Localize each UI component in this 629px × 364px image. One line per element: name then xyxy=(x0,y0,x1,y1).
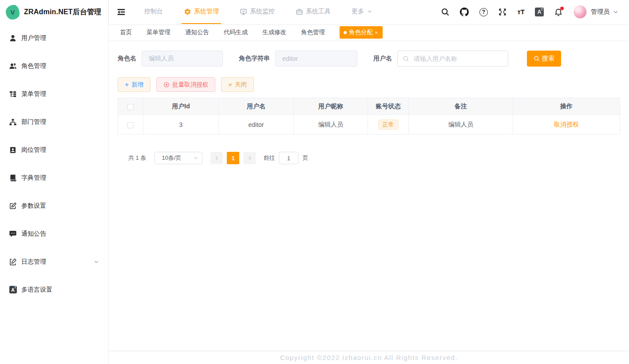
cell-remark: 编辑人员 xyxy=(409,115,513,135)
nav-item-label: 系统管理 xyxy=(194,8,219,16)
cell-user-id: 3 xyxy=(143,115,219,135)
page-unit-label: 页 xyxy=(302,154,308,162)
nav-item-label: 更多 xyxy=(352,8,364,16)
next-page-button[interactable] xyxy=(243,152,256,164)
sidebar: V ZRAdmin.NET后台管理 用户管理 角色管理 菜单管理 部门管理 xyxy=(0,0,109,364)
current-page-button[interactable]: 1 xyxy=(227,152,239,164)
chevron-down-icon xyxy=(193,155,199,161)
cell-nick-name: 编辑人员 xyxy=(294,115,368,135)
tab-notice[interactable]: 通知公告 xyxy=(185,28,209,36)
close-button-label: 关闭 xyxy=(235,81,247,89)
chevron-down-icon xyxy=(367,8,373,15)
tab-role-mgmt[interactable]: 角色管理 xyxy=(301,28,325,36)
sidebar-item-label: 角色管理 xyxy=(21,62,46,70)
fullscreen-icon[interactable] xyxy=(498,8,507,16)
tags-view-bar: 首页 菜单管理 通知公告 代码生成 生成修改 角色管理 角色分配 × xyxy=(109,24,629,41)
navbar-actions: ? тT A文 管理员 xyxy=(431,5,619,19)
add-button[interactable]: + 新增 xyxy=(118,77,150,92)
user-icon xyxy=(9,34,17,42)
sidebar-item-label: 日志管理 xyxy=(21,258,46,266)
tab-gen-edit[interactable]: 生成修改 xyxy=(262,28,286,36)
header-nick-name: 用户昵称 xyxy=(294,98,368,115)
batch-cancel-auth-label: 批量取消授权 xyxy=(172,81,208,89)
nav-item-system-monitor[interactable]: 系统监控 xyxy=(237,0,277,24)
sidebar-item-post-mgmt[interactable]: 岗位管理 xyxy=(0,136,108,164)
prev-page-button[interactable] xyxy=(210,152,223,164)
sidebar-item-user-mgmt[interactable]: 用户管理 xyxy=(0,24,108,52)
batch-cancel-auth-button[interactable]: 批量取消授权 xyxy=(156,77,215,92)
header-remark: 备注 xyxy=(409,98,513,115)
search-button-label: 搜索 xyxy=(542,55,554,63)
row-checkbox[interactable] xyxy=(127,122,134,128)
sidebar-item-log-mgmt[interactable]: 日志管理 xyxy=(0,248,108,276)
search-button[interactable]: 搜索 xyxy=(527,51,561,67)
table-header-row: 用户Id 用户名 用户昵称 账号状态 备注 操作 xyxy=(118,98,620,115)
nav-item-system-tools[interactable]: 系统工具 xyxy=(293,0,333,24)
tab-home[interactable]: 首页 xyxy=(120,28,132,36)
sidebar-item-menu-mgmt[interactable]: 菜单管理 xyxy=(0,80,108,108)
nav-item-more[interactable]: 更多 xyxy=(349,0,375,24)
notification-bell-icon[interactable] xyxy=(554,8,563,16)
role-key-input[interactable] xyxy=(275,51,357,67)
sidebar-item-label: 用户管理 xyxy=(21,34,46,42)
sidebar-item-label: 通知公告 xyxy=(21,230,46,238)
github-icon[interactable] xyxy=(460,8,469,16)
copyright-text: Copyright ©2022 izhaorui.cn All Rights R… xyxy=(280,354,458,361)
nav-item-label: 控制台 xyxy=(144,8,163,16)
cancel-auth-link[interactable]: 取消授权 xyxy=(554,121,579,128)
top-nav-links: 控制台 系统管理 系统监控 系统工具 更多 xyxy=(142,0,392,24)
search-icon xyxy=(403,55,409,62)
top-navbar: 控制台 系统管理 系统监控 系统工具 更多 xyxy=(109,0,629,24)
sidebar-item-role-mgmt[interactable]: 角色管理 xyxy=(0,52,108,80)
tab-label: 角色分配 xyxy=(349,28,373,36)
font-size-icon[interactable]: тT xyxy=(517,8,525,16)
cell-status: 正常 xyxy=(368,115,409,135)
sidebar-item-dict-mgmt[interactable]: 字典管理 xyxy=(0,164,108,192)
select-all-checkbox[interactable] xyxy=(127,104,134,110)
user-name[interactable]: 管理员 xyxy=(591,8,609,16)
role-name-input[interactable] xyxy=(142,51,223,67)
header-user-id: 用户Id xyxy=(143,98,219,115)
tab-menu-mgmt[interactable]: 菜单管理 xyxy=(146,28,170,36)
close-button[interactable]: × 关闭 xyxy=(221,77,254,92)
sidebar-collapse-icon[interactable] xyxy=(116,7,126,17)
language-icon[interactable]: A文 xyxy=(535,8,544,16)
search-icon[interactable] xyxy=(441,8,450,16)
header-user-name: 用户名 xyxy=(219,98,294,115)
user-avatar[interactable] xyxy=(574,5,587,19)
nav-item-label: 系统工具 xyxy=(306,8,331,16)
nav-item-system-mgmt[interactable]: 系统管理 xyxy=(182,0,221,24)
header-select-all xyxy=(118,98,143,115)
logo-row[interactable]: V ZRAdmin.NET后台管理 xyxy=(0,0,108,24)
close-icon: × xyxy=(228,81,232,88)
app-title: ZRAdmin.NET后台管理 xyxy=(24,8,102,17)
user-table: 用户Id 用户名 用户昵称 账号状态 备注 操作 3 editor 编辑人员 xyxy=(118,98,620,135)
question-glyph: ? xyxy=(479,8,488,16)
help-icon[interactable]: ? xyxy=(479,8,488,16)
plus-icon: + xyxy=(125,81,129,88)
sidebar-item-param-settings[interactable]: 参数设置 xyxy=(0,192,108,220)
app-root: V ZRAdmin.NET后台管理 用户管理 角色管理 菜单管理 部门管理 xyxy=(0,0,629,364)
goto-page-input[interactable] xyxy=(279,152,298,164)
cell-user-name: editor xyxy=(219,115,294,135)
footer: Copyright ©2022 izhaorui.cn All Rights R… xyxy=(109,351,629,364)
id-badge-icon xyxy=(9,146,17,154)
tab-code-gen[interactable]: 代码生成 xyxy=(224,28,248,36)
page-size-select[interactable]: 10条/页 xyxy=(154,152,202,164)
sidebar-item-dept-mgmt[interactable]: 部门管理 xyxy=(0,108,108,136)
chevron-down-icon xyxy=(93,259,99,265)
toolbar: + 新增 批量取消授权 × 关闭 xyxy=(118,77,620,92)
tab-role-assign-active[interactable]: 角色分配 × xyxy=(340,26,383,39)
close-icon[interactable]: × xyxy=(375,30,378,36)
nav-item-dashboard[interactable]: 控制台 xyxy=(142,0,165,24)
chevron-down-icon[interactable] xyxy=(612,8,619,16)
sidebar-item-notice[interactable]: 通知公告 xyxy=(0,220,108,248)
app-logo: V xyxy=(6,5,20,20)
sidebar-item-label: 菜单管理 xyxy=(21,90,46,98)
pagination: 共 1 条 10条/页 1 前往 页 xyxy=(128,152,620,164)
sidebar-item-i18n[interactable]: A文 多语言设置 xyxy=(0,276,108,304)
cell-actions: 取消授权 xyxy=(513,115,620,135)
header-status: 账号状态 xyxy=(368,98,409,115)
user-name-label: 用户名 xyxy=(373,55,392,63)
user-name-input[interactable] xyxy=(414,55,503,62)
